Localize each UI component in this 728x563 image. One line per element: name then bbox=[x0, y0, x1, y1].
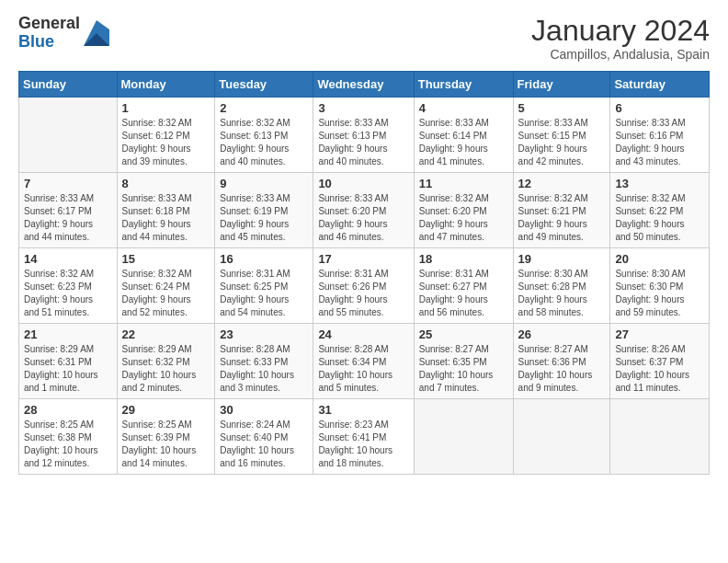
day-info: Sunrise: 8:33 AMSunset: 6:13 PMDaylight:… bbox=[318, 117, 408, 168]
day-number: 28 bbox=[24, 403, 112, 417]
day-cell: 15Sunrise: 8:32 AMSunset: 6:24 PMDayligh… bbox=[117, 248, 215, 324]
col-header-tuesday: Tuesday bbox=[215, 72, 313, 98]
day-cell: 4Sunrise: 8:33 AMSunset: 6:14 PMDaylight… bbox=[414, 98, 513, 173]
day-info: Sunrise: 8:33 AMSunset: 6:16 PMDaylight:… bbox=[615, 117, 704, 168]
day-number: 25 bbox=[419, 327, 508, 341]
col-header-saturday: Saturday bbox=[610, 72, 710, 98]
week-row-4: 21Sunrise: 8:29 AMSunset: 6:31 PMDayligh… bbox=[19, 324, 710, 399]
day-info: Sunrise: 8:32 AMSunset: 6:12 PMDaylight:… bbox=[122, 117, 210, 168]
day-number: 1 bbox=[122, 101, 210, 115]
day-info: Sunrise: 8:32 AMSunset: 6:21 PMDaylight:… bbox=[518, 192, 606, 244]
title-section: January 2024 Campillos, Andalusia, Spain bbox=[531, 15, 710, 62]
week-row-3: 14Sunrise: 8:32 AMSunset: 6:23 PMDayligh… bbox=[19, 248, 710, 324]
day-info: Sunrise: 8:28 AMSunset: 6:34 PMDaylight:… bbox=[318, 343, 408, 395]
day-info: Sunrise: 8:32 AMSunset: 6:20 PMDaylight:… bbox=[419, 192, 508, 244]
day-cell: 1Sunrise: 8:32 AMSunset: 6:12 PMDaylight… bbox=[117, 98, 215, 173]
day-info: Sunrise: 8:32 AMSunset: 6:22 PMDaylight:… bbox=[615, 192, 704, 244]
week-row-1: 1Sunrise: 8:32 AMSunset: 6:12 PMDaylight… bbox=[19, 98, 710, 173]
month-year-title: January 2024 bbox=[531, 15, 710, 47]
day-info: Sunrise: 8:25 AMSunset: 6:39 PMDaylight:… bbox=[122, 419, 210, 470]
day-cell bbox=[513, 399, 610, 475]
day-cell: 19Sunrise: 8:30 AMSunset: 6:28 PMDayligh… bbox=[513, 248, 610, 324]
day-info: Sunrise: 8:29 AMSunset: 6:31 PMDaylight:… bbox=[24, 343, 112, 395]
day-info: Sunrise: 8:31 AMSunset: 6:25 PMDaylight:… bbox=[220, 268, 308, 319]
day-info: Sunrise: 8:29 AMSunset: 6:32 PMDaylight:… bbox=[122, 343, 210, 395]
day-number: 17 bbox=[318, 252, 408, 266]
day-info: Sunrise: 8:26 AMSunset: 6:37 PMDaylight:… bbox=[615, 343, 704, 395]
calendar-page: General Blue January 2024 Campillos, And… bbox=[0, 0, 728, 563]
day-number: 20 bbox=[615, 252, 704, 266]
day-number: 29 bbox=[122, 403, 210, 417]
day-info: Sunrise: 8:33 AMSunset: 6:14 PMDaylight:… bbox=[419, 117, 508, 168]
day-number: 21 bbox=[24, 327, 112, 341]
day-cell: 6Sunrise: 8:33 AMSunset: 6:16 PMDaylight… bbox=[610, 98, 710, 173]
day-cell: 17Sunrise: 8:31 AMSunset: 6:26 PMDayligh… bbox=[313, 248, 414, 324]
day-number: 19 bbox=[518, 252, 606, 266]
day-cell: 16Sunrise: 8:31 AMSunset: 6:25 PMDayligh… bbox=[215, 248, 313, 324]
day-info: Sunrise: 8:27 AMSunset: 6:35 PMDaylight:… bbox=[419, 343, 508, 395]
day-info: Sunrise: 8:23 AMSunset: 6:41 PMDaylight:… bbox=[318, 419, 408, 470]
day-cell: 18Sunrise: 8:31 AMSunset: 6:27 PMDayligh… bbox=[414, 248, 513, 324]
day-number: 2 bbox=[220, 101, 308, 115]
day-info: Sunrise: 8:32 AMSunset: 6:24 PMDaylight:… bbox=[122, 268, 210, 319]
week-row-2: 7Sunrise: 8:33 AMSunset: 6:17 PMDaylight… bbox=[19, 173, 710, 248]
day-info: Sunrise: 8:33 AMSunset: 6:17 PMDaylight:… bbox=[24, 192, 112, 244]
day-cell: 7Sunrise: 8:33 AMSunset: 6:17 PMDaylight… bbox=[19, 173, 118, 248]
day-number: 31 bbox=[318, 403, 408, 417]
day-info: Sunrise: 8:28 AMSunset: 6:33 PMDaylight:… bbox=[220, 343, 308, 395]
day-cell: 12Sunrise: 8:32 AMSunset: 6:21 PMDayligh… bbox=[513, 173, 610, 248]
day-number: 30 bbox=[220, 403, 308, 417]
day-cell bbox=[610, 399, 710, 475]
day-cell: 13Sunrise: 8:32 AMSunset: 6:22 PMDayligh… bbox=[610, 173, 710, 248]
day-number: 15 bbox=[122, 252, 210, 266]
day-number: 16 bbox=[220, 252, 308, 266]
day-number: 11 bbox=[419, 177, 508, 190]
day-cell: 3Sunrise: 8:33 AMSunset: 6:13 PMDaylight… bbox=[313, 98, 414, 173]
logo-general: General bbox=[18, 15, 80, 33]
day-cell: 21Sunrise: 8:29 AMSunset: 6:31 PMDayligh… bbox=[19, 324, 118, 399]
day-number: 9 bbox=[220, 177, 308, 190]
day-cell: 24Sunrise: 8:28 AMSunset: 6:34 PMDayligh… bbox=[313, 324, 414, 399]
day-cell: 2Sunrise: 8:32 AMSunset: 6:13 PMDaylight… bbox=[215, 98, 313, 173]
day-cell: 8Sunrise: 8:33 AMSunset: 6:18 PMDaylight… bbox=[117, 173, 215, 248]
logo-text: General Blue bbox=[18, 15, 80, 52]
day-number: 18 bbox=[419, 252, 508, 266]
day-number: 13 bbox=[615, 177, 704, 190]
col-header-wednesday: Wednesday bbox=[313, 72, 414, 98]
day-number: 5 bbox=[518, 101, 606, 115]
day-number: 6 bbox=[615, 101, 704, 115]
day-number: 4 bbox=[419, 101, 508, 115]
day-info: Sunrise: 8:25 AMSunset: 6:38 PMDaylight:… bbox=[24, 419, 112, 470]
header-row: SundayMondayTuesdayWednesdayThursdayFrid… bbox=[19, 72, 710, 98]
location-subtitle: Campillos, Andalusia, Spain bbox=[531, 47, 710, 62]
week-row-5: 28Sunrise: 8:25 AMSunset: 6:38 PMDayligh… bbox=[19, 399, 710, 475]
day-number: 27 bbox=[615, 327, 704, 341]
day-cell: 20Sunrise: 8:30 AMSunset: 6:30 PMDayligh… bbox=[610, 248, 710, 324]
day-info: Sunrise: 8:31 AMSunset: 6:27 PMDaylight:… bbox=[419, 268, 508, 319]
day-cell: 30Sunrise: 8:24 AMSunset: 6:40 PMDayligh… bbox=[215, 399, 313, 475]
day-cell: 5Sunrise: 8:33 AMSunset: 6:15 PMDaylight… bbox=[513, 98, 610, 173]
day-cell: 29Sunrise: 8:25 AMSunset: 6:39 PMDayligh… bbox=[117, 399, 215, 475]
calendar-table: SundayMondayTuesdayWednesdayThursdayFrid… bbox=[18, 71, 710, 475]
day-number: 22 bbox=[122, 327, 210, 341]
day-info: Sunrise: 8:24 AMSunset: 6:40 PMDaylight:… bbox=[220, 419, 308, 470]
logo: General Blue bbox=[18, 15, 109, 52]
day-number: 3 bbox=[318, 101, 408, 115]
logo-blue: Blue bbox=[18, 33, 80, 52]
day-number: 24 bbox=[318, 327, 408, 341]
day-info: Sunrise: 8:33 AMSunset: 6:15 PMDaylight:… bbox=[518, 117, 606, 168]
day-number: 23 bbox=[220, 327, 308, 341]
day-cell: 14Sunrise: 8:32 AMSunset: 6:23 PMDayligh… bbox=[19, 248, 118, 324]
col-header-sunday: Sunday bbox=[19, 72, 118, 98]
day-number: 14 bbox=[24, 252, 112, 266]
day-info: Sunrise: 8:32 AMSunset: 6:23 PMDaylight:… bbox=[24, 268, 112, 319]
day-number: 12 bbox=[518, 177, 606, 190]
day-cell bbox=[19, 98, 118, 173]
day-cell: 31Sunrise: 8:23 AMSunset: 6:41 PMDayligh… bbox=[313, 399, 414, 475]
header: General Blue January 2024 Campillos, And… bbox=[18, 15, 710, 62]
day-number: 7 bbox=[24, 177, 112, 190]
day-cell: 27Sunrise: 8:26 AMSunset: 6:37 PMDayligh… bbox=[610, 324, 710, 399]
day-info: Sunrise: 8:31 AMSunset: 6:26 PMDaylight:… bbox=[318, 268, 408, 319]
day-info: Sunrise: 8:27 AMSunset: 6:36 PMDaylight:… bbox=[518, 343, 606, 395]
col-header-monday: Monday bbox=[117, 72, 215, 98]
